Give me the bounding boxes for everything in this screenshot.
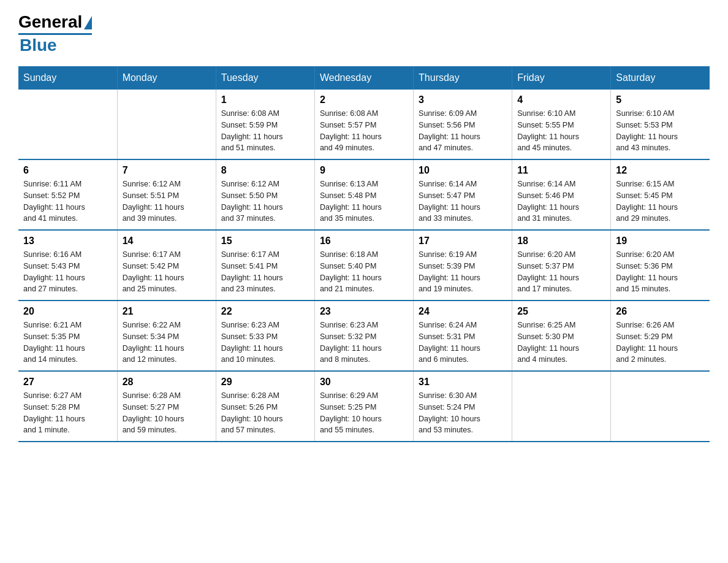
calendar-cell: 26Sunrise: 6:26 AM Sunset: 5:29 PM Dayli…: [611, 301, 710, 371]
day-info: Sunrise: 6:23 AM Sunset: 5:32 PM Dayligh…: [320, 320, 408, 366]
calendar-cell: 18Sunrise: 6:20 AM Sunset: 5:37 PM Dayli…: [512, 230, 611, 301]
day-number: 20: [23, 306, 112, 317]
day-info: Sunrise: 6:26 AM Sunset: 5:29 PM Dayligh…: [616, 320, 705, 366]
day-info: Sunrise: 6:20 AM Sunset: 5:36 PM Dayligh…: [616, 249, 705, 295]
day-number: 28: [123, 377, 211, 388]
day-info: Sunrise: 6:19 AM Sunset: 5:39 PM Dayligh…: [419, 249, 507, 295]
day-number: 31: [419, 377, 507, 388]
day-info: Sunrise: 6:20 AM Sunset: 5:37 PM Dayligh…: [517, 249, 605, 295]
day-info: Sunrise: 6:17 AM Sunset: 5:41 PM Dayligh…: [221, 249, 309, 295]
day-number: 2: [320, 94, 408, 105]
calendar-cell: 24Sunrise: 6:24 AM Sunset: 5:31 PM Dayli…: [414, 301, 512, 371]
day-number: 25: [517, 306, 605, 317]
calendar-cell: 14Sunrise: 6:17 AM Sunset: 5:42 PM Dayli…: [117, 230, 216, 301]
weekday-header-sunday: Sunday: [18, 66, 117, 90]
day-info: Sunrise: 6:16 AM Sunset: 5:43 PM Dayligh…: [23, 249, 112, 295]
day-info: Sunrise: 6:23 AM Sunset: 5:33 PM Dayligh…: [221, 320, 309, 366]
day-number: 5: [616, 94, 705, 105]
calendar-cell: 28Sunrise: 6:28 AM Sunset: 5:27 PM Dayli…: [117, 371, 216, 442]
weekday-header-tuesday: Tuesday: [216, 66, 314, 90]
day-number: 1: [221, 94, 309, 105]
day-number: 23: [320, 306, 408, 317]
calendar-cell: 23Sunrise: 6:23 AM Sunset: 5:32 PM Dayli…: [314, 301, 413, 371]
day-number: 18: [517, 236, 605, 247]
calendar-week-row: 27Sunrise: 6:27 AM Sunset: 5:28 PM Dayli…: [18, 371, 710, 442]
day-info: Sunrise: 6:14 AM Sunset: 5:47 PM Dayligh…: [419, 178, 507, 224]
calendar-cell: 25Sunrise: 6:25 AM Sunset: 5:30 PM Dayli…: [512, 301, 611, 371]
day-info: Sunrise: 6:30 AM Sunset: 5:24 PM Dayligh…: [419, 390, 507, 436]
day-info: Sunrise: 6:14 AM Sunset: 5:46 PM Dayligh…: [517, 178, 605, 224]
weekday-header-row: SundayMondayTuesdayWednesdayThursdayFrid…: [18, 66, 710, 90]
calendar-cell: 4Sunrise: 6:10 AM Sunset: 5:55 PM Daylig…: [512, 90, 611, 159]
calendar-table: SundayMondayTuesdayWednesdayThursdayFrid…: [18, 66, 710, 442]
day-info: Sunrise: 6:12 AM Sunset: 5:51 PM Dayligh…: [123, 178, 211, 224]
day-info: Sunrise: 6:15 AM Sunset: 5:45 PM Dayligh…: [616, 178, 705, 224]
logo-blue-text: Blue: [18, 36, 57, 55]
calendar-cell: [117, 90, 216, 159]
day-info: Sunrise: 6:13 AM Sunset: 5:48 PM Dayligh…: [320, 178, 408, 224]
day-number: 17: [419, 236, 507, 247]
calendar-cell: 13Sunrise: 6:16 AM Sunset: 5:43 PM Dayli…: [18, 230, 117, 301]
day-number: 22: [221, 306, 309, 317]
day-info: Sunrise: 6:08 AM Sunset: 5:57 PM Dayligh…: [320, 108, 408, 154]
calendar-cell: 20Sunrise: 6:21 AM Sunset: 5:35 PM Dayli…: [18, 301, 117, 371]
day-number: 21: [123, 306, 211, 317]
calendar-cell: 12Sunrise: 6:15 AM Sunset: 5:45 PM Dayli…: [611, 159, 710, 230]
day-info: Sunrise: 6:21 AM Sunset: 5:35 PM Dayligh…: [23, 320, 112, 366]
weekday-header-wednesday: Wednesday: [314, 66, 413, 90]
day-number: 10: [419, 165, 507, 176]
calendar-cell: [611, 371, 710, 442]
day-number: 12: [616, 165, 705, 176]
calendar-cell: 31Sunrise: 6:30 AM Sunset: 5:24 PM Dayli…: [414, 371, 512, 442]
day-number: 29: [221, 377, 309, 388]
day-info: Sunrise: 6:24 AM Sunset: 5:31 PM Dayligh…: [419, 320, 507, 366]
day-number: 19: [616, 236, 705, 247]
calendar-cell: 3Sunrise: 6:09 AM Sunset: 5:56 PM Daylig…: [414, 90, 512, 159]
day-number: 7: [123, 165, 211, 176]
day-number: 24: [419, 306, 507, 317]
calendar-cell: 16Sunrise: 6:18 AM Sunset: 5:40 PM Dayli…: [314, 230, 413, 301]
day-info: Sunrise: 6:28 AM Sunset: 5:27 PM Dayligh…: [123, 390, 211, 436]
day-info: Sunrise: 6:11 AM Sunset: 5:52 PM Dayligh…: [23, 178, 112, 224]
calendar-cell: 7Sunrise: 6:12 AM Sunset: 5:51 PM Daylig…: [117, 159, 216, 230]
calendar-cell: 19Sunrise: 6:20 AM Sunset: 5:36 PM Dayli…: [611, 230, 710, 301]
day-info: Sunrise: 6:28 AM Sunset: 5:26 PM Dayligh…: [221, 390, 309, 436]
day-info: Sunrise: 6:29 AM Sunset: 5:25 PM Dayligh…: [320, 390, 408, 436]
day-info: Sunrise: 6:22 AM Sunset: 5:34 PM Dayligh…: [123, 320, 211, 366]
calendar-week-row: 6Sunrise: 6:11 AM Sunset: 5:52 PM Daylig…: [18, 159, 710, 230]
weekday-header-thursday: Thursday: [414, 66, 512, 90]
day-info: Sunrise: 6:10 AM Sunset: 5:55 PM Dayligh…: [517, 108, 605, 154]
calendar-week-row: 1Sunrise: 6:08 AM Sunset: 5:59 PM Daylig…: [18, 90, 710, 159]
calendar-cell: 27Sunrise: 6:27 AM Sunset: 5:28 PM Dayli…: [18, 371, 117, 442]
page-header: General Blue: [18, 12, 710, 55]
calendar-cell: [512, 371, 611, 442]
calendar-cell: 2Sunrise: 6:08 AM Sunset: 5:57 PM Daylig…: [314, 90, 413, 159]
calendar-cell: 17Sunrise: 6:19 AM Sunset: 5:39 PM Dayli…: [414, 230, 512, 301]
day-number: 3: [419, 94, 507, 105]
day-info: Sunrise: 6:12 AM Sunset: 5:50 PM Dayligh…: [221, 178, 309, 224]
calendar-cell: 10Sunrise: 6:14 AM Sunset: 5:47 PM Dayli…: [414, 159, 512, 230]
day-number: 4: [517, 94, 605, 105]
calendar-week-row: 20Sunrise: 6:21 AM Sunset: 5:35 PM Dayli…: [18, 301, 710, 371]
calendar-cell: 9Sunrise: 6:13 AM Sunset: 5:48 PM Daylig…: [314, 159, 413, 230]
calendar-cell: 11Sunrise: 6:14 AM Sunset: 5:46 PM Dayli…: [512, 159, 611, 230]
day-number: 6: [23, 165, 112, 176]
calendar-cell: 15Sunrise: 6:17 AM Sunset: 5:41 PM Dayli…: [216, 230, 314, 301]
calendar-cell: 1Sunrise: 6:08 AM Sunset: 5:59 PM Daylig…: [216, 90, 314, 159]
calendar-cell: 6Sunrise: 6:11 AM Sunset: 5:52 PM Daylig…: [18, 159, 117, 230]
day-number: 15: [221, 236, 309, 247]
day-info: Sunrise: 6:09 AM Sunset: 5:56 PM Dayligh…: [419, 108, 507, 154]
day-number: 11: [517, 165, 605, 176]
day-number: 16: [320, 236, 408, 247]
day-number: 9: [320, 165, 408, 176]
day-info: Sunrise: 6:17 AM Sunset: 5:42 PM Dayligh…: [123, 249, 211, 295]
logo-triangle-icon: [84, 16, 92, 29]
day-info: Sunrise: 6:27 AM Sunset: 5:28 PM Dayligh…: [23, 390, 112, 436]
calendar-cell: 29Sunrise: 6:28 AM Sunset: 5:26 PM Dayli…: [216, 371, 314, 442]
day-number: 8: [221, 165, 309, 176]
weekday-header-saturday: Saturday: [611, 66, 710, 90]
calendar-cell: 5Sunrise: 6:10 AM Sunset: 5:53 PM Daylig…: [611, 90, 710, 159]
weekday-header-monday: Monday: [117, 66, 216, 90]
calendar-cell: 30Sunrise: 6:29 AM Sunset: 5:25 PM Dayli…: [314, 371, 413, 442]
calendar-week-row: 13Sunrise: 6:16 AM Sunset: 5:43 PM Dayli…: [18, 230, 710, 301]
